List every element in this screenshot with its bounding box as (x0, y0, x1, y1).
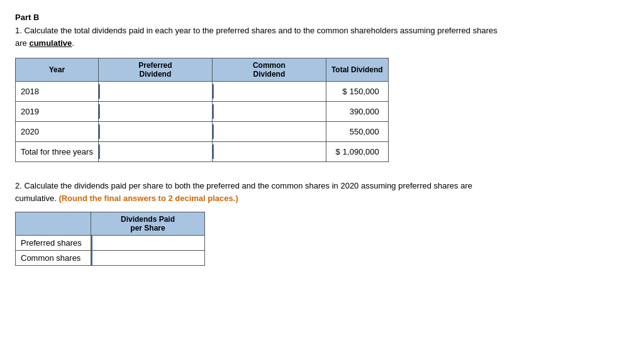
preferred-shares-input[interactable] (91, 236, 204, 250)
year-2020: 2020 (16, 122, 99, 142)
col-header-preferred: PreferredDividend (98, 58, 212, 82)
dividends-table: Year PreferredDividend CommonDividend To… (15, 58, 389, 162)
dollar-2018: $ (342, 87, 347, 96)
year-2019: 2019 (16, 102, 99, 122)
year-2018: 2018 (16, 82, 99, 102)
grand-total-value: 1,090,000 (343, 147, 379, 156)
total-row: Total for three years $ 1,090,000 (16, 142, 389, 162)
total-2018: $ 150,000 (326, 82, 388, 102)
common-input-field-2018[interactable] (213, 84, 326, 99)
preferred-shares-row: Preferred shares (16, 236, 205, 251)
common-shares-row: Common shares (16, 251, 205, 266)
col-header-empty (16, 212, 91, 236)
preferred-shares-label: Preferred shares (16, 236, 91, 251)
preferred-input-field-2018[interactable] (99, 84, 212, 99)
dollar-total: $ (336, 147, 340, 156)
question1-instruction: 1. Calculate the total dividends paid in… (15, 25, 629, 49)
grand-total: $ 1,090,000 (326, 142, 388, 162)
common-input-total[interactable] (212, 142, 326, 162)
common-input-2019[interactable] (212, 102, 326, 122)
total-label: Total for three years (16, 142, 99, 162)
preferred-input-total[interactable] (98, 142, 212, 162)
col-header-common: CommonDividend (212, 58, 326, 82)
question1-text: 1. Calculate the total dividends paid in… (15, 26, 497, 35)
preferred-input-2019[interactable] (98, 102, 212, 122)
col-header-dividends-per-share: Dividends Paidper Share (91, 212, 205, 236)
common-input-field-2020[interactable] (213, 124, 326, 139)
question2-bold: (Round the final answers to 2 decimal pl… (58, 194, 238, 203)
question2-text1: 2. Calculate the dividends paid per shar… (15, 181, 472, 190)
col-header-year: Year (16, 58, 99, 82)
table-row: 2020 550,000 (16, 122, 389, 142)
question1-text2: are (15, 38, 29, 48)
question2-instruction: 2. Calculate the dividends paid per shar… (15, 180, 629, 204)
preferred-input-field-total[interactable] (99, 145, 212, 159)
common-shares-label: Common shares (16, 251, 91, 266)
preferred-input-field-2020[interactable] (99, 124, 212, 139)
col-header-total: Total Dividend (326, 58, 388, 82)
total-value-2020: 550,000 (350, 127, 379, 136)
per-share-table: Dividends Paidper Share Preferred shares… (15, 212, 205, 266)
common-input-2018[interactable] (212, 82, 326, 102)
common-input-field-total[interactable] (213, 145, 326, 159)
common-input-2020[interactable] (212, 122, 326, 142)
part-label: Part B (15, 13, 629, 22)
preferred-input-2018[interactable] (98, 82, 212, 102)
table-row: 2019 390,000 (16, 102, 389, 122)
total-value-2018: 150,000 (350, 87, 379, 96)
section2: 2. Calculate the dividends paid per shar… (15, 180, 629, 266)
total-value-2019: 390,000 (350, 107, 379, 116)
question2-text2: cumulative. (15, 194, 58, 203)
table-row: 2018 $ 150,000 (16, 82, 389, 102)
preferred-input-field-2019[interactable] (99, 104, 212, 119)
common-shares-input[interactable] (91, 251, 204, 265)
preferred-shares-input-cell[interactable] (91, 236, 205, 251)
total-2019: 390,000 (326, 102, 388, 122)
common-input-field-2019[interactable] (213, 104, 326, 119)
common-shares-input-cell[interactable] (91, 251, 205, 266)
total-2020: 550,000 (326, 122, 388, 142)
question1-underline: cumulative (29, 38, 72, 48)
preferred-input-2020[interactable] (98, 122, 212, 142)
question1-end: . (72, 38, 74, 48)
